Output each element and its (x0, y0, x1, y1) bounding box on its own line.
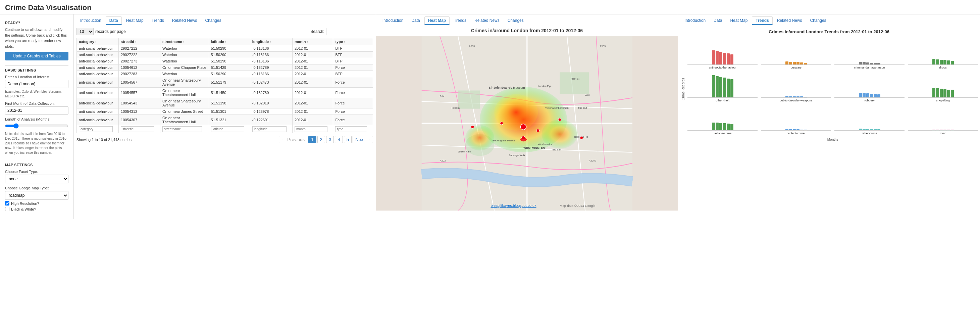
facet-select[interactable]: none category month (5, 175, 68, 183)
bw-checkbox[interactable] (5, 207, 10, 211)
tab-heatmap-p3[interactable]: Heat Map (726, 16, 751, 25)
tab-trends-p3[interactable]: Trends (752, 16, 772, 25)
col-longitude[interactable]: longitude (250, 38, 292, 45)
svg-rect-8 (560, 72, 589, 94)
col-streetname[interactable]: streetname (161, 38, 209, 45)
bar (797, 129, 800, 130)
chart-cell: criminal-damage-arson (834, 38, 905, 69)
table-row: anti-social-behaviour10054543On or near … (77, 98, 373, 109)
bar (866, 62, 869, 64)
length-slider[interactable] (5, 123, 68, 129)
bar (719, 77, 722, 97)
bar (727, 123, 730, 130)
map-type-select[interactable]: roadmap satellite terrain hybrid (5, 191, 68, 200)
pagination: ← Previous 1 2 3 4 5 Next → (279, 136, 373, 143)
tab-data-p2[interactable]: Data (407, 16, 423, 25)
tab-relatednews-p2[interactable]: Related News (471, 16, 503, 25)
page-5[interactable]: 5 (344, 136, 352, 143)
bar (789, 96, 792, 97)
svg-text:Birdcage Walk: Birdcage Walk (509, 154, 525, 157)
tab-introduction-p3[interactable]: Introduction (681, 16, 709, 25)
bar (940, 89, 943, 97)
first-month-label: First Month of Data Collection: (5, 101, 68, 105)
chart-cell: other-crime (834, 104, 905, 135)
bar (862, 93, 865, 97)
ready-title: READY? (5, 18, 68, 25)
chart-cell: drugs (907, 38, 978, 69)
ready-text: Continue to scroll down and modify the s… (5, 27, 68, 49)
col-category[interactable]: category (77, 38, 119, 45)
filter-latitude[interactable] (211, 126, 244, 132)
records-select[interactable]: 10 25 50 100 (76, 28, 94, 35)
chart-label: shoplifting (908, 99, 978, 102)
next-button[interactable]: Next → (353, 136, 373, 143)
svg-text:Map data ©2014 Google: Map data ©2014 Google (560, 204, 595, 208)
tab-heatmap-p1[interactable]: Heat Map (123, 16, 147, 25)
high-res-row: High Resolution? (5, 201, 68, 206)
col-streetid[interactable]: streetid (119, 38, 161, 45)
location-label: Enter a Location of Interest: (5, 75, 68, 79)
tab-changes-p2[interactable]: Changes (504, 16, 527, 25)
first-month-input[interactable] (5, 107, 68, 115)
tab-trends-p2[interactable]: Trends (450, 16, 470, 25)
bar (951, 61, 954, 64)
update-button[interactable]: Update Graphs and Tables (5, 52, 68, 61)
tab-heatmap-p2[interactable]: Heat Map (425, 16, 450, 25)
tab-data-p1[interactable]: Data (106, 16, 122, 25)
prev-button[interactable]: ← Previous (279, 136, 307, 143)
panel1-tabs: Introduction Data Heat Map Trends Relate… (74, 14, 376, 25)
svg-text:A40: A40 (439, 94, 444, 98)
search-input[interactable] (326, 28, 373, 35)
app-title: Crime Data Visualisation (0, 0, 980, 14)
location-examples: Examples: Oxford, Wembley Stadium, M16 0… (5, 89, 68, 99)
chart-label: misc (908, 132, 978, 135)
bar (873, 63, 877, 64)
filter-streetid[interactable] (121, 126, 154, 132)
chart-cell: shoplifting (907, 71, 978, 102)
map-settings-section: MAP SETTINGS Choose Facet Type: none cat… (5, 160, 68, 211)
page-4[interactable]: 4 (335, 136, 342, 143)
bar (804, 63, 807, 64)
sidebar: READY? Continue to scroll down and modif… (0, 14, 74, 219)
filter-month[interactable] (294, 126, 328, 132)
bar (873, 129, 877, 130)
filter-streetname[interactable] (162, 126, 202, 132)
col-month[interactable]: month (292, 38, 333, 45)
chart-cell: vehicle-crime (687, 104, 758, 135)
bar (859, 129, 862, 130)
tab-trends-p1[interactable]: Trends (148, 16, 168, 25)
y-axis-label: Crime Records (681, 78, 685, 101)
bar (712, 123, 715, 130)
col-latitude[interactable]: latitude (209, 38, 250, 45)
filter-type[interactable] (335, 126, 367, 132)
bar (719, 52, 722, 64)
tab-introduction-p2[interactable]: Introduction (379, 16, 407, 25)
bar (786, 61, 788, 64)
map-container[interactable]: A40 A40 A302 A3202 A503 A503 Sir John So… (376, 36, 678, 211)
bar (716, 51, 719, 64)
tab-relatednews-p1[interactable]: Related News (169, 16, 201, 25)
tab-changes-p1[interactable]: Changes (201, 16, 225, 25)
chart-cell: robbery (834, 71, 905, 102)
table-row: anti-social-behaviour10054612On or near … (77, 64, 373, 71)
location-input[interactable] (5, 80, 68, 88)
bar (797, 96, 800, 97)
page-2[interactable]: 2 (317, 136, 325, 143)
bar (877, 129, 880, 130)
col-type[interactable]: type (333, 38, 373, 45)
bar (932, 59, 935, 64)
tab-changes-p3[interactable]: Changes (807, 16, 830, 25)
bar (877, 94, 880, 97)
bar (804, 129, 807, 130)
svg-text:Green Park: Green Park (458, 150, 471, 153)
bar (859, 62, 862, 64)
page-1[interactable]: 1 (308, 136, 316, 143)
filter-longitude[interactable] (252, 126, 286, 132)
svg-point-34 (520, 124, 526, 129)
high-res-checkbox[interactable] (5, 201, 10, 206)
page-3[interactable]: 3 (326, 136, 334, 143)
tab-introduction-p1[interactable]: Introduction (76, 16, 105, 25)
tab-relatednews-p3[interactable]: Related News (773, 16, 806, 25)
filter-category[interactable] (79, 126, 113, 132)
tab-data-p3[interactable]: Data (710, 16, 726, 25)
